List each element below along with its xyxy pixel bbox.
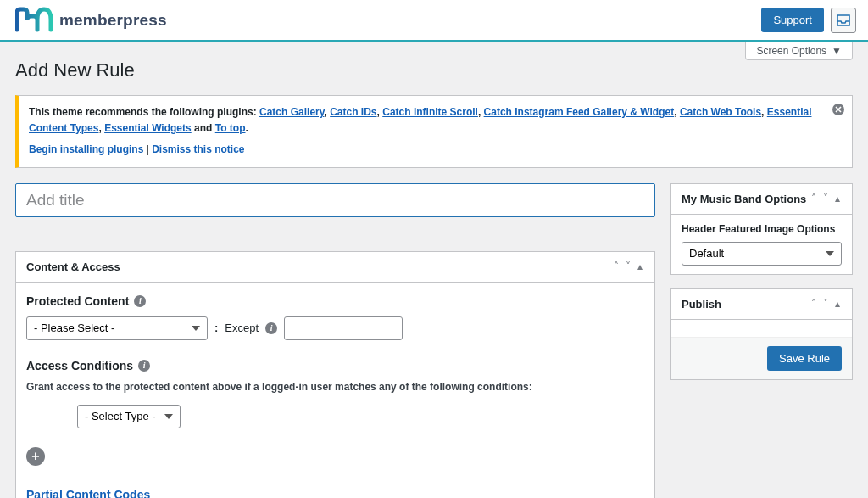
plugin-link[interactable]: To top (215, 122, 246, 134)
partial-content-codes-link[interactable]: Partial Content Codes (26, 488, 150, 498)
move-down-icon[interactable]: ˅ (821, 298, 830, 310)
screen-options-label: Screen Options (756, 45, 826, 57)
topbar-actions: Support (761, 8, 856, 33)
memberpress-logo-icon (15, 4, 53, 36)
move-up-icon[interactable]: ˄ (810, 298, 818, 310)
support-button[interactable]: Support (761, 8, 824, 32)
plugin-link[interactable]: Catch IDs (330, 106, 376, 118)
music-band-options-box: My Music Band Options ˄ ˅ ▴ Header Featu… (670, 183, 853, 275)
except-label: Except (225, 322, 259, 334)
collapse-icon[interactable]: ▴ (833, 193, 842, 204)
move-down-icon[interactable]: ˅ (624, 260, 632, 272)
info-icon[interactable]: i (138, 360, 150, 372)
header-featured-image-label: Header Featured Image Options (682, 223, 842, 235)
save-rule-button[interactable]: Save Rule (767, 346, 842, 371)
condition-type-select[interactable]: - Select Type - (77, 405, 181, 428)
dismiss-notice-icon[interactable] (832, 103, 845, 121)
top-bar: memberpress Support (0, 0, 868, 42)
info-icon[interactable]: i (265, 322, 277, 334)
plugin-link[interactable]: Catch Gallery (259, 106, 324, 118)
notice-prefix: This theme recommends the following plug… (29, 106, 259, 118)
move-up-icon[interactable]: ˄ (810, 193, 818, 204)
begin-installing-link[interactable]: Begin installing plugins (29, 143, 143, 155)
notice-line-2: Begin installing plugins | Dismiss this … (29, 142, 821, 158)
plugin-link[interactable]: Catch Infinite Scroll (382, 106, 478, 118)
plugin-link[interactable]: Catch Web Tools (680, 106, 761, 118)
content-access-title: Content & Access (26, 260, 120, 273)
add-condition-button[interactable]: + (26, 447, 45, 466)
plugin-link[interactable]: Essential Widgets (104, 122, 192, 134)
access-conditions-label: Access Conditions i (26, 359, 644, 372)
rule-title-input[interactable] (15, 183, 655, 217)
plugin-recommendation-notice: This theme recommends the following plug… (15, 95, 853, 168)
music-band-title: My Music Band Options (682, 193, 806, 205)
publish-title: Publish (682, 298, 721, 311)
collapse-icon[interactable]: ▴ (636, 260, 644, 272)
header-featured-image-select[interactable]: Default (682, 242, 842, 266)
brand-name: memberpress (59, 11, 167, 30)
except-input[interactable] (284, 316, 403, 340)
screen-options-toggle[interactable]: Screen Options ▼ (745, 42, 853, 60)
dismiss-notice-link[interactable]: Dismiss this notice (152, 143, 244, 155)
page-title: Add New Rule (15, 59, 853, 81)
plugin-link[interactable]: Catch Instagram Feed Gallery & Widget (484, 106, 675, 118)
notice-line-1: This theme recommends the following plug… (29, 104, 821, 137)
brand: memberpress (15, 4, 167, 36)
protected-content-label: Protected Content i (26, 294, 644, 308)
content-access-box: Content & Access ˄ ˅ ▴ Protected Content… (15, 251, 655, 498)
move-up-icon[interactable]: ˄ (612, 260, 620, 272)
publish-box: Publish ˄ ˅ ▴ Save Rule (670, 288, 853, 380)
inbox-icon-button[interactable] (831, 8, 856, 33)
protected-content-select[interactable]: - Please Select - (26, 316, 208, 340)
info-icon[interactable]: i (134, 295, 146, 307)
chevron-down-icon: ▼ (832, 45, 842, 57)
move-down-icon[interactable]: ˅ (821, 193, 830, 204)
collapse-icon[interactable]: ▴ (833, 298, 842, 310)
grant-access-description: Grant access to the protected content ab… (26, 381, 644, 393)
